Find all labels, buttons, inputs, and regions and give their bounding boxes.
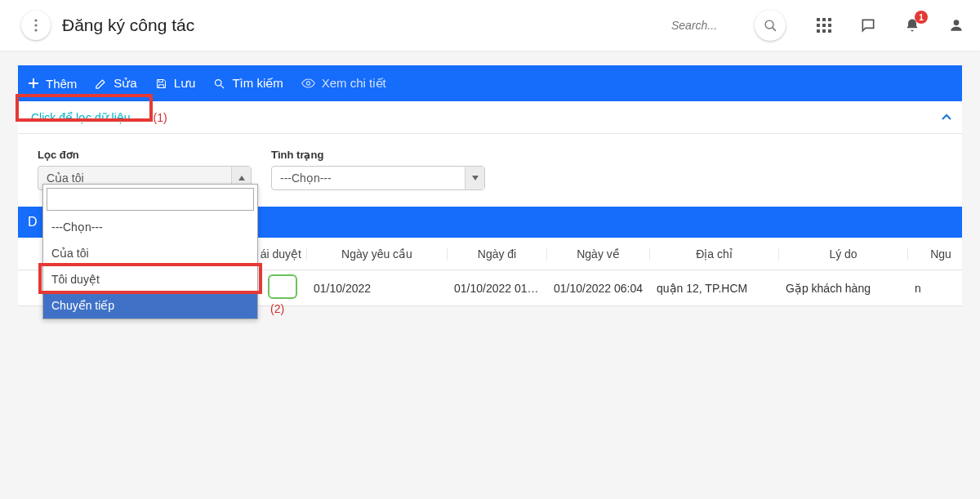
dropdown-option-cua-toi[interactable]: Của tôi [43, 240, 257, 266]
plus-icon [28, 78, 39, 89]
filter-field1-label: Lọc đơn [38, 149, 252, 161]
td-ngay-di: 01/10/2022 01:04 [448, 282, 547, 295]
save-icon [155, 78, 167, 90]
messages-button[interactable] [859, 16, 877, 34]
add-label: Thêm [46, 77, 77, 91]
svg-rect-9 [822, 24, 826, 27]
search-icon [213, 78, 225, 90]
pencil-icon [95, 78, 107, 90]
save-button[interactable]: Lưu [155, 76, 196, 91]
status-badge [268, 274, 297, 299]
filter-toggle[interactable]: Click để lọc dữ liệu [28, 110, 134, 125]
caret-up-icon [238, 176, 245, 180]
th-ngay-ve: Ngày về [547, 247, 650, 261]
apps-button[interactable] [815, 16, 833, 34]
view-detail-button[interactable]: Xem chi tiết [301, 76, 386, 91]
svg-rect-13 [828, 29, 831, 33]
th-ly-do: Lý do [779, 247, 908, 261]
save-label: Lưu [174, 76, 196, 91]
th-dia-chi: Địa chỉ [650, 247, 779, 261]
svg-point-2 [34, 29, 37, 31]
notifications-button[interactable]: 1 [903, 16, 921, 34]
svg-point-1 [34, 24, 37, 26]
search-icon [764, 19, 777, 33]
svg-point-3 [765, 20, 773, 29]
person-icon [948, 17, 964, 33]
add-button[interactable]: Thêm [28, 77, 77, 91]
dropdown-option-chuyen-tiep[interactable]: Chuyển tiếp [43, 292, 257, 319]
svg-rect-8 [817, 24, 820, 27]
svg-rect-7 [828, 18, 831, 21]
filter-field2-label: Tình trạng [271, 149, 485, 161]
apps-icon [817, 18, 831, 33]
svg-point-17 [216, 79, 222, 86]
filter-select-value: Của tôi [38, 172, 231, 185]
page-title: Đăng ký công tác [62, 16, 194, 35]
search-label: Tìm kiếm [232, 76, 283, 91]
dropdown-panel: ---Chọn--- Của tôi Tôi duyệt Chuyển tiếp [42, 184, 258, 319]
notification-badge: 1 [915, 11, 928, 24]
filter-select-tinh-trang[interactable]: ---Chọn--- [271, 166, 485, 190]
kebab-icon [34, 19, 38, 32]
view-label: Xem chi tiết [322, 76, 386, 91]
svg-line-18 [221, 85, 225, 88]
dropdown-option-toi-duyet[interactable]: Tôi duyệt [43, 266, 257, 292]
svg-line-4 [772, 27, 775, 30]
filter-select2-value: ---Chọn--- [272, 172, 465, 185]
search-input[interactable] [663, 19, 751, 32]
dropdown-search-input[interactable] [47, 188, 254, 211]
svg-point-14 [954, 20, 960, 25]
td-ngay-ve: 01/10/2022 06:04 [547, 282, 650, 295]
svg-point-0 [34, 19, 37, 21]
svg-rect-6 [822, 18, 826, 21]
main-menu-button[interactable] [21, 11, 51, 40]
th-nguoi: Ngu [908, 247, 973, 261]
edit-button[interactable]: Sửa [95, 76, 136, 91]
search-button-toolbar[interactable]: Tìm kiếm [213, 76, 283, 91]
account-button[interactable] [947, 16, 965, 34]
message-icon [860, 17, 876, 33]
svg-rect-12 [822, 29, 826, 33]
annotation-1: (1) [154, 111, 167, 124]
search-button[interactable] [755, 10, 786, 41]
dropdown-option-chon[interactable]: ---Chọn--- [43, 214, 257, 240]
eye-icon [301, 78, 315, 88]
edit-label: Sửa [114, 76, 136, 91]
svg-rect-5 [817, 18, 820, 21]
svg-rect-11 [817, 29, 820, 33]
th-ngay-di: Ngày đi [448, 247, 547, 261]
annotation-2: (2) [270, 302, 284, 315]
td-nguoi: n [908, 282, 973, 295]
svg-rect-10 [828, 24, 831, 27]
td-dia-chi: quận 12, TP.HCM [650, 282, 779, 295]
td-ngay-yeu-cau: 01/10/2022 [307, 282, 448, 295]
chevron-up-icon [941, 112, 952, 123]
caret-down-icon [472, 176, 479, 180]
td-ly-do: Gặp khách hàng [779, 282, 908, 295]
th-ngay-yeu-cau: Ngày yêu cầu [307, 247, 448, 261]
svg-point-19 [306, 82, 310, 85]
collapse-button[interactable] [941, 112, 952, 123]
